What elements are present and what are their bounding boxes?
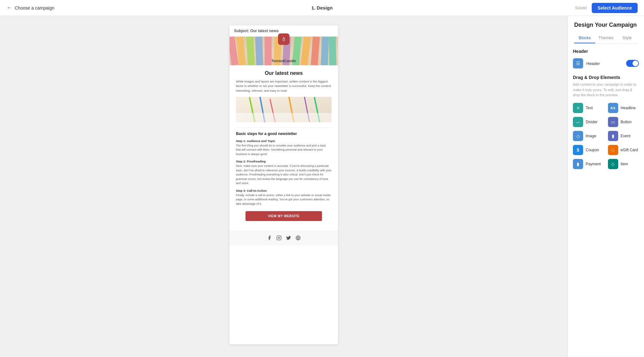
text-icon-symbol: ≡ bbox=[577, 105, 579, 111]
event-icon-symbol: ▮ bbox=[612, 133, 614, 139]
event-element-label: Event bbox=[621, 134, 631, 138]
coupon-element-icon: $ bbox=[573, 145, 583, 155]
subject-text: Our latest news bbox=[250, 29, 279, 33]
email-body: Our latest news While images and layout … bbox=[230, 65, 338, 231]
back-button[interactable]: ← Choose a campaign bbox=[6, 4, 55, 11]
event-element-icon: ▮ bbox=[608, 131, 618, 141]
headline-element-label: Headline bbox=[621, 106, 636, 110]
web-icon bbox=[296, 235, 301, 241]
email-inner-image[interactable] bbox=[236, 97, 332, 122]
top-nav-right: Saved Select Audience bbox=[575, 3, 638, 13]
svg-rect-21 bbox=[236, 113, 332, 122]
main-layout: Subject: Our latest news bbox=[0, 16, 644, 357]
header-section-label: Header bbox=[573, 49, 639, 54]
top-nav: ← Choose a campaign 1. Design Saved Sele… bbox=[0, 0, 644, 16]
panel-content: Header ☰ Header Drag & Drop Elements Add… bbox=[568, 49, 644, 174]
egiftcard-element-icon: ◇ bbox=[608, 145, 618, 155]
coupon-element-label: Coupon bbox=[586, 148, 599, 152]
payment-icon-symbol: ▮ bbox=[577, 161, 579, 167]
header-icon-symbol: ☰ bbox=[576, 61, 580, 66]
egiftcard-element-label: eGift Card bbox=[621, 148, 638, 152]
toggle-knob bbox=[633, 61, 638, 66]
divider-element-label: Divider bbox=[586, 120, 597, 124]
email-section-title: Basic steps for a good newsletter bbox=[236, 132, 332, 136]
saved-label: Saved bbox=[575, 5, 587, 10]
text-element-icon: ≡ bbox=[573, 103, 583, 113]
divider-icon-symbol: — bbox=[576, 119, 580, 125]
payment-element-icon: ▮ bbox=[573, 159, 583, 169]
email-step-3: Step 3: Call-to-Action Finally, include … bbox=[236, 189, 332, 206]
subject-prefix: Subject: bbox=[234, 29, 249, 33]
panel-title: Design Your Campaign bbox=[574, 22, 638, 28]
header-element-icon: ☰ bbox=[573, 58, 583, 68]
image-element-label: Image bbox=[586, 134, 596, 138]
header-toggle-switch[interactable] bbox=[626, 60, 639, 67]
facebook-icon bbox=[267, 235, 272, 241]
step-2-text: Next, make sure your content is accurate… bbox=[236, 164, 332, 186]
header-toggle-row: ☰ Header bbox=[573, 58, 639, 68]
back-label: Choose a campaign bbox=[15, 5, 55, 11]
image-element-icon: ◇ bbox=[573, 131, 583, 141]
tab-themes[interactable]: Themes bbox=[595, 33, 616, 43]
dnd-label: Drag & Drop Elements bbox=[573, 75, 639, 80]
logo-badge-icon: 🕯 bbox=[281, 36, 287, 43]
tab-blocks[interactable]: Blocks bbox=[574, 33, 595, 43]
step-3-text: Finally, include a call-to-action, eithe… bbox=[236, 193, 332, 206]
element-image[interactable]: ◇ Image bbox=[573, 131, 604, 141]
element-item[interactable]: ◇ Item bbox=[608, 159, 639, 169]
text-element-label: Text bbox=[586, 106, 593, 110]
email-step-1: Step 1: Audience and Topic The first thi… bbox=[236, 139, 332, 157]
back-arrow-icon: ← bbox=[6, 4, 12, 11]
svg-point-23 bbox=[278, 237, 280, 239]
header-toggle-name: Header bbox=[586, 61, 600, 66]
item-element-icon: ◇ bbox=[608, 159, 618, 169]
element-headline[interactable]: AA Headline bbox=[608, 103, 639, 113]
payment-element-label: Payment bbox=[586, 162, 601, 166]
step-label: 1. Design bbox=[311, 5, 333, 11]
step-1-text: The first thing you should do is conside… bbox=[236, 144, 332, 157]
email-step-2: Step 2: Proofreading Next, make sure you… bbox=[236, 160, 332, 186]
image-icon-symbol: ◇ bbox=[576, 133, 580, 139]
svg-point-24 bbox=[280, 237, 280, 237]
element-text[interactable]: ≡ Text bbox=[573, 103, 604, 113]
element-coupon[interactable]: $ Coupon bbox=[573, 145, 604, 155]
header-toggle-left: ☰ Header bbox=[573, 58, 600, 68]
element-payment[interactable]: ▮ Payment bbox=[573, 159, 604, 169]
headline-icon-symbol: AA bbox=[611, 106, 616, 110]
tab-style[interactable]: Style bbox=[617, 33, 638, 43]
panel-tabs: Blocks Themes Style bbox=[574, 33, 638, 44]
step-2-title: Step 2: Proofreading bbox=[236, 160, 332, 163]
divider-element-icon: — bbox=[573, 117, 583, 127]
element-button[interactable]: ▭ Button bbox=[608, 117, 639, 127]
coupon-icon-symbol: $ bbox=[577, 147, 579, 153]
email-divider bbox=[236, 127, 332, 128]
element-divider[interactable]: — Divider bbox=[573, 117, 604, 127]
step-1-title: Step 1: Audience and Topic bbox=[236, 139, 332, 143]
panel-header: Design Your Campaign Blocks Themes Style bbox=[568, 16, 644, 49]
element-event[interactable]: ▮ Event bbox=[608, 131, 639, 141]
canvas-area: Subject: Our latest news bbox=[0, 16, 567, 357]
email-preview: Subject: Our latest news bbox=[230, 25, 338, 344]
button-icon-symbol: ▭ bbox=[611, 119, 615, 125]
inner-image-svg bbox=[236, 97, 332, 122]
logo-badge[interactable]: 🕯 bbox=[278, 33, 289, 45]
email-header-image[interactable]: 🕯 TwistedCandle bbox=[230, 37, 338, 65]
element-egiftcard[interactable]: ◇ eGift Card bbox=[608, 145, 639, 155]
step-3-title: Step 3: Call-to-Action bbox=[236, 189, 332, 192]
email-body-text: While images and layout are important, w… bbox=[236, 79, 332, 93]
button-element-icon: ▭ bbox=[608, 117, 618, 127]
dnd-description: Add content to your campaign in order to… bbox=[573, 82, 639, 98]
egiftcard-icon-symbol: ◇ bbox=[611, 147, 615, 153]
button-element-label: Button bbox=[621, 120, 632, 124]
instagram-icon bbox=[276, 235, 282, 241]
select-audience-button[interactable]: Select Audience bbox=[592, 3, 638, 13]
headline-element-icon: AA bbox=[608, 103, 618, 113]
email-cta-button[interactable]: VIEW MY WEBSITE bbox=[245, 211, 322, 221]
twitter-icon bbox=[286, 235, 291, 241]
right-panel: Design Your Campaign Blocks Themes Style… bbox=[567, 16, 644, 357]
email-title: Our latest news bbox=[236, 70, 332, 76]
item-icon-symbol: ◇ bbox=[611, 161, 615, 167]
svg-rect-22 bbox=[277, 236, 281, 240]
item-element-label: Item bbox=[621, 162, 628, 166]
elements-grid: ≡ Text AA Headline — Divider bbox=[573, 103, 639, 169]
